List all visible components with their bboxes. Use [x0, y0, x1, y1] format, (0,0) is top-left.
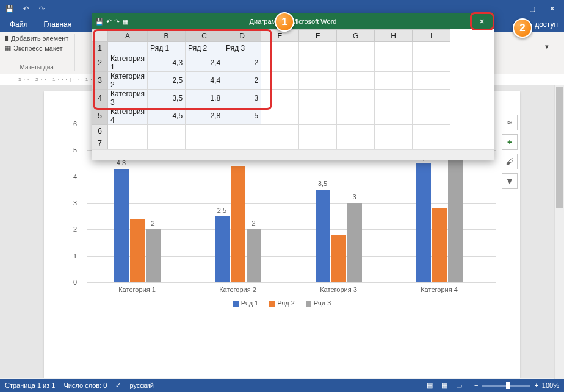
- row-header[interactable]: 5: [92, 107, 108, 125]
- cell[interactable]: [413, 42, 450, 54]
- cell[interactable]: [223, 137, 261, 149]
- col-header[interactable]: F: [299, 30, 337, 42]
- view-read-icon[interactable]: ▤: [423, 380, 436, 391]
- zoom-in-icon[interactable]: +: [534, 382, 538, 389]
- col-header[interactable]: B: [148, 30, 186, 42]
- ribbon-collapse-icon[interactable]: ▾: [535, 34, 559, 59]
- close-icon[interactable]: ✕: [542, 1, 562, 16]
- tab-home[interactable]: Главная: [40, 19, 76, 30]
- share-button[interactable]: доступ: [535, 20, 564, 29]
- cell[interactable]: [299, 107, 337, 125]
- col-header[interactable]: D: [223, 30, 261, 42]
- col-header[interactable]: C: [186, 30, 223, 42]
- cell[interactable]: [375, 42, 413, 54]
- cell[interactable]: [375, 90, 413, 107]
- excel-redo-icon[interactable]: ↷: [114, 18, 120, 26]
- tab-file[interactable]: Файл: [6, 19, 32, 30]
- cell[interactable]: 2: [223, 72, 261, 90]
- cell[interactable]: 5: [223, 107, 261, 125]
- cell[interactable]: [413, 72, 450, 90]
- cell[interactable]: 4,4: [186, 72, 223, 90]
- cell[interactable]: [261, 125, 299, 137]
- zoom-slider[interactable]: [482, 385, 530, 387]
- cell[interactable]: 2,8: [186, 107, 223, 125]
- bar[interactable]: 2: [247, 229, 261, 282]
- cell[interactable]: [299, 42, 337, 54]
- cell[interactable]: [375, 107, 413, 125]
- col-header[interactable]: I: [413, 30, 450, 42]
- bar[interactable]: 4,3: [114, 169, 129, 282]
- row-header[interactable]: 4: [92, 90, 108, 107]
- col-header[interactable]: H: [375, 30, 413, 42]
- cell[interactable]: [337, 54, 375, 72]
- status-word-count[interactable]: Число слов: 0: [63, 382, 107, 389]
- cell[interactable]: 3,5: [148, 90, 186, 107]
- cell[interactable]: [148, 137, 186, 149]
- status-proofing-icon[interactable]: ✓: [115, 382, 121, 390]
- cell[interactable]: Ряд 1: [148, 42, 186, 54]
- cell[interactable]: Ряд 3: [223, 42, 261, 54]
- vertical-scrollbar[interactable]: [554, 85, 564, 379]
- row-header[interactable]: 2: [92, 54, 108, 72]
- bar[interactable]: [231, 166, 245, 282]
- cell[interactable]: [186, 137, 223, 149]
- row-header[interactable]: 7: [92, 137, 108, 149]
- cell[interactable]: [413, 90, 450, 107]
- row-header[interactable]: 1: [92, 42, 108, 54]
- cell[interactable]: Категория 2: [108, 72, 148, 90]
- cell[interactable]: [108, 125, 148, 137]
- undo-icon[interactable]: ↶: [18, 1, 33, 16]
- cell[interactable]: [337, 72, 375, 90]
- excel-grid[interactable]: ABCDEFGHI1Ряд 1Ряд 2Ряд 32Категория 14,3…: [92, 29, 494, 149]
- bar[interactable]: 5: [448, 150, 463, 282]
- corner-header[interactable]: [92, 30, 108, 42]
- minimize-icon[interactable]: ─: [503, 1, 522, 16]
- cell[interactable]: [413, 54, 450, 72]
- legend-item[interactable]: Ряд 2: [269, 299, 295, 307]
- cell[interactable]: [375, 54, 413, 72]
- cell[interactable]: [337, 107, 375, 125]
- maximize-icon[interactable]: ▢: [522, 1, 542, 16]
- bar[interactable]: 2,5: [215, 216, 230, 282]
- cell[interactable]: Категория 4: [108, 107, 148, 125]
- cell[interactable]: Категория 1: [108, 54, 148, 72]
- cell[interactable]: [108, 137, 148, 149]
- cell[interactable]: [299, 137, 337, 149]
- cell[interactable]: [261, 42, 299, 54]
- cell[interactable]: [413, 125, 450, 137]
- view-web-icon[interactable]: ▭: [452, 380, 466, 391]
- cell[interactable]: [148, 125, 186, 137]
- cell[interactable]: [186, 125, 223, 137]
- cell[interactable]: [223, 125, 261, 137]
- cell[interactable]: [108, 42, 148, 54]
- cell[interactable]: [413, 107, 450, 125]
- cell[interactable]: [337, 125, 375, 137]
- cell[interactable]: [261, 54, 299, 72]
- excel-save-icon[interactable]: 💾: [95, 18, 104, 26]
- cell[interactable]: 2: [223, 54, 261, 72]
- bar[interactable]: 3: [347, 203, 362, 282]
- excel-undo-icon[interactable]: ↶: [106, 18, 112, 26]
- chart-styles-icon[interactable]: 🖌: [502, 154, 518, 169]
- bar[interactable]: [130, 219, 145, 282]
- bar[interactable]: [331, 235, 346, 282]
- cell[interactable]: [261, 137, 299, 149]
- legend-item[interactable]: Ряд 1: [233, 299, 259, 307]
- legend-item[interactable]: Ряд 3: [306, 299, 331, 307]
- cell[interactable]: [299, 72, 337, 90]
- cell[interactable]: [337, 137, 375, 149]
- chart-layout-icon[interactable]: ≈: [502, 115, 518, 130]
- cell[interactable]: [299, 90, 337, 107]
- row-header[interactable]: 3: [92, 72, 108, 90]
- col-header[interactable]: G: [337, 30, 375, 42]
- cell[interactable]: [299, 54, 337, 72]
- cell[interactable]: Категория 3: [108, 90, 148, 107]
- cell[interactable]: [261, 90, 299, 107]
- chart-filter-icon[interactable]: ▼: [502, 173, 518, 189]
- view-print-icon[interactable]: ▦: [438, 380, 451, 391]
- excel-horizontal-scrollbar[interactable]: [92, 149, 494, 160]
- cell[interactable]: [413, 137, 450, 149]
- cell[interactable]: [299, 125, 337, 137]
- bar[interactable]: 4,5: [416, 163, 431, 282]
- row-header[interactable]: 6: [92, 125, 108, 137]
